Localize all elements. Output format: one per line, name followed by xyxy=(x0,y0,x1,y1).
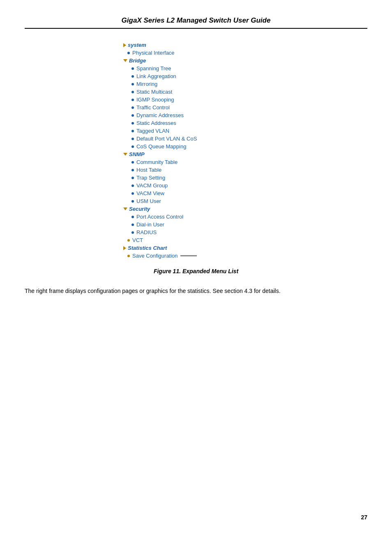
menu-item-cos-queue-mapping[interactable]: CoS Queue Mapping xyxy=(123,143,367,150)
dot-icon xyxy=(131,161,134,164)
menu-item-trap-setting[interactable]: Trap Setting xyxy=(123,174,367,182)
menu-item-igmp-snooping[interactable]: IGMP Snooping xyxy=(123,96,367,104)
menu-item-label: SNMP xyxy=(129,151,145,157)
menu-item-label: Security xyxy=(129,206,150,212)
menu-item-tagged-vlan[interactable]: Tagged VLAN xyxy=(123,127,367,135)
dot-icon xyxy=(131,75,134,78)
menu-item-label: Community Table xyxy=(136,159,178,165)
menu-item-bridge[interactable]: Bridge xyxy=(123,57,367,65)
dot-icon xyxy=(131,114,134,117)
dot-icon xyxy=(131,122,134,124)
menu-item-snmp[interactable]: SNMP xyxy=(123,150,367,158)
menu-item-vacm-group[interactable]: VACM Group xyxy=(123,182,367,189)
menu-item-static-multicast[interactable]: Static Multicast xyxy=(123,88,367,96)
dot-icon xyxy=(131,91,134,93)
menu-item-vacm-view[interactable]: VACM View xyxy=(123,189,367,197)
arrow-down-icon xyxy=(123,207,127,210)
dot-icon xyxy=(131,99,134,101)
menu-item-label: Static Multicast xyxy=(136,89,172,95)
dot-icon xyxy=(127,52,130,54)
menu-item-label: Dynamic Addresses xyxy=(136,112,184,118)
dot-icon xyxy=(131,177,134,179)
dot-icon xyxy=(131,130,134,132)
menu-item-port-access-control[interactable]: Port Access Control xyxy=(123,213,367,221)
dot-icon xyxy=(131,169,134,171)
menu-item-label: Static Addresses xyxy=(136,120,176,126)
menu-item-link-aggregation[interactable]: Link Aggregation xyxy=(123,72,367,80)
menu-item-vct[interactable]: VCT xyxy=(123,236,367,244)
dot-icon xyxy=(131,200,134,203)
menu-item-label: Default Port VLAN & CoS xyxy=(136,136,197,142)
page-number: 27 xyxy=(361,514,367,521)
menu-item-label: USM User xyxy=(136,198,161,204)
menu-item-save-configuration[interactable]: Save Configuration xyxy=(123,252,367,260)
menu-item-default-port-vlan[interactable]: Default Port VLAN & CoS xyxy=(123,135,367,143)
menu-item-label: Host Table xyxy=(136,167,161,173)
menu-item-label: Spanning Tree xyxy=(136,65,171,71)
menu-item-label: Statistics Chart xyxy=(128,245,167,251)
menu-item-dynamic-addresses[interactable]: Dynamic Addresses xyxy=(123,111,367,119)
menu-item-label: VACM View xyxy=(136,190,164,196)
dot-icon xyxy=(131,83,134,85)
dot-icon xyxy=(131,224,134,226)
arrow-down-icon xyxy=(123,153,127,156)
page-wrapper: GigaX Series L2 Managed Switch User Guid… xyxy=(0,0,392,537)
save-config-bar xyxy=(180,255,197,256)
menu-item-label: Mirroring xyxy=(136,81,157,87)
menu-item-security[interactable]: Security xyxy=(123,205,367,213)
dot-icon xyxy=(131,192,134,195)
menu-item-radius[interactable]: RADIUS xyxy=(123,228,367,236)
menu-item-label: Dial-in User xyxy=(136,221,164,228)
dot-icon xyxy=(131,138,134,140)
menu-container: systemPhysical InterfaceBridgeSpanning T… xyxy=(123,41,367,260)
page-header: GigaX Series L2 Managed Switch User Guid… xyxy=(25,16,367,29)
menu-item-label: Physical Interface xyxy=(132,50,175,56)
menu-item-label: Traffic Control xyxy=(136,104,170,111)
arrow-right-icon xyxy=(123,246,126,250)
menu-item-label: CoS Queue Mapping xyxy=(136,143,186,150)
menu-item-label: VACM Group xyxy=(136,182,168,189)
menu-item-label: system xyxy=(128,42,146,48)
arrow-right-icon xyxy=(123,43,126,47)
menu-item-traffic-control[interactable]: Traffic Control xyxy=(123,104,367,111)
arrow-down-icon xyxy=(123,59,127,62)
dot-icon xyxy=(131,106,134,109)
menu-item-system[interactable]: system xyxy=(123,41,367,49)
menu-item-spanning-tree[interactable]: Spanning Tree xyxy=(123,65,367,72)
menu-item-mirroring[interactable]: Mirroring xyxy=(123,80,367,88)
dot-icon xyxy=(131,184,134,187)
menu-item-label: Bridge xyxy=(129,58,146,64)
menu-item-label: Trap Setting xyxy=(136,175,165,181)
figure-caption: Figure 11. Expanded Menu List xyxy=(25,268,367,274)
menu-item-statistics-chart[interactable]: Statistics Chart xyxy=(123,244,367,252)
menu-item-label: Save Configuration xyxy=(132,253,178,259)
dot-orange-icon xyxy=(127,239,130,242)
menu-item-label: RADIUS xyxy=(136,229,157,235)
body-text: The right frame displays configuration p… xyxy=(25,287,312,295)
menu-item-label: Link Aggregation xyxy=(136,73,176,79)
body-paragraph: The right frame displays configuration p… xyxy=(25,288,281,294)
menu-item-static-addresses[interactable]: Static Addresses xyxy=(123,119,367,127)
dot-icon xyxy=(131,67,134,70)
menu-item-label: Port Access Control xyxy=(136,214,183,220)
menu-item-physical-interface[interactable]: Physical Interface xyxy=(123,49,367,57)
dot-icon xyxy=(131,216,134,218)
menu-item-label: VCT xyxy=(132,237,143,243)
menu-item-host-table[interactable]: Host Table xyxy=(123,166,367,174)
dot-orange-icon xyxy=(127,255,130,257)
dot-icon xyxy=(131,231,134,234)
dot-icon xyxy=(131,145,134,148)
menu-item-dial-in-user[interactable]: Dial-in User xyxy=(123,221,367,228)
menu-item-community-table[interactable]: Community Table xyxy=(123,158,367,166)
page-title: GigaX Series L2 Managed Switch User Guid… xyxy=(122,16,271,24)
menu-item-label: Tagged VLAN xyxy=(136,128,169,134)
menu-item-usm-user[interactable]: USM User xyxy=(123,197,367,205)
menu-item-label: IGMP Snooping xyxy=(136,97,174,103)
